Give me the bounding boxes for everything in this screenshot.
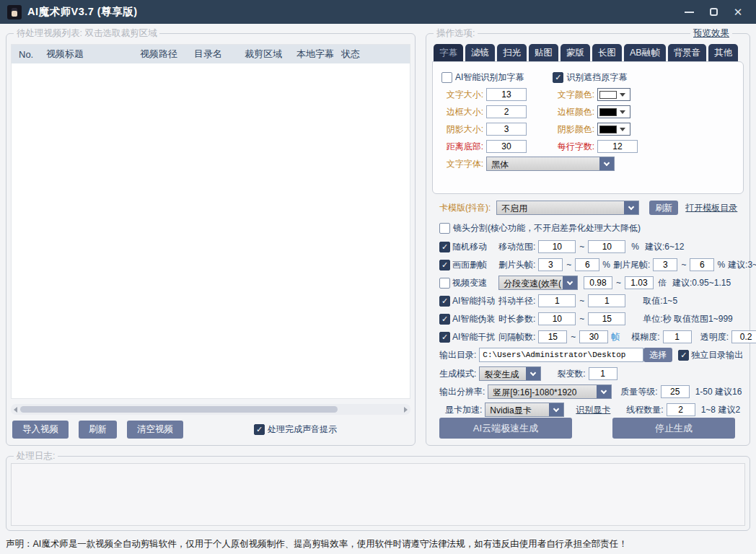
quality-input[interactable] bbox=[661, 385, 690, 398]
move-range-hint: 建议:6~12 bbox=[645, 241, 684, 253]
jitter-min-input[interactable] bbox=[538, 294, 576, 307]
gen-mode-label: 生成模式: bbox=[439, 368, 476, 380]
duration-max-input[interactable] bbox=[588, 312, 625, 325]
blur-input[interactable] bbox=[663, 330, 692, 343]
ai-subtitle-checkbox[interactable] bbox=[441, 72, 452, 83]
jitter-label: AI智能抖动 bbox=[452, 295, 495, 307]
lens-split-checkbox[interactable] bbox=[439, 223, 450, 234]
template-refresh-button[interactable]: 刷新 bbox=[649, 201, 678, 215]
interval-min-input[interactable] bbox=[538, 330, 567, 343]
interfere-row: AI智能干扰 间隔帧数: ~ 帧 模糊度: 透明度: bbox=[439, 329, 747, 345]
font-dropdown-arrow-icon bbox=[599, 157, 614, 170]
template-dropdown[interactable]: 不启用 bbox=[496, 201, 639, 215]
shadow-size-label: 阴影大小: bbox=[439, 123, 483, 136]
tab-sweep-light[interactable]: 扫光 bbox=[497, 44, 527, 61]
speed-min-input[interactable] bbox=[584, 276, 612, 289]
speed-row: 视频变速 分段变速(效率( ~ 倍 建议:0.95~1.15 bbox=[439, 275, 747, 291]
video-list-actions: 导入视频 刷新 清空视频 处理完成声音提示 bbox=[12, 421, 409, 439]
chars-per-line-input[interactable] bbox=[597, 140, 638, 153]
video-table-body[interactable] bbox=[12, 63, 410, 398]
tab-subtitle[interactable]: 字幕 bbox=[434, 44, 463, 61]
tail-frame-min-input[interactable] bbox=[653, 258, 677, 271]
tail-frame-label: 删片尾帧: bbox=[613, 259, 650, 271]
jitter-max-input[interactable] bbox=[588, 294, 625, 307]
threads-input[interactable] bbox=[667, 403, 695, 416]
import-video-button[interactable]: 导入视频 bbox=[12, 421, 69, 439]
head-frame-min-input[interactable] bbox=[538, 258, 563, 271]
output-dir-input[interactable] bbox=[479, 348, 643, 362]
move-range-max-input[interactable] bbox=[588, 240, 625, 253]
scrollbar-thumb[interactable] bbox=[20, 406, 338, 413]
font-label: 文字字体: bbox=[439, 158, 483, 170]
tab-ab-blend[interactable]: AB融帧 bbox=[624, 44, 666, 61]
jitter-checkbox[interactable] bbox=[439, 296, 450, 307]
sound-alert-label: 处理完成声音提示 bbox=[268, 423, 337, 436]
shadow-color-label: 阴影颜色: bbox=[548, 123, 594, 136]
disguise-row: AI智能伪装 时长参数: ~ 单位:秒 取值范围1~999 bbox=[439, 311, 747, 327]
shadow-color-dropdown[interactable] bbox=[597, 123, 630, 136]
cover-subtitle-checkbox[interactable] bbox=[553, 72, 563, 83]
resolution-dropdown[interactable]: 竖屏[9:16]-1080*1920 bbox=[488, 384, 612, 399]
frame-delete-checkbox[interactable] bbox=[439, 260, 450, 271]
minimize-button[interactable] bbox=[678, 3, 700, 22]
scroll-left-icon[interactable] bbox=[14, 407, 17, 413]
tab-long-image[interactable]: 长图 bbox=[592, 44, 622, 61]
scroll-right-icon[interactable] bbox=[404, 407, 408, 413]
border-size-input[interactable] bbox=[486, 105, 527, 118]
tab-mask[interactable]: 蒙版 bbox=[561, 44, 590, 61]
open-template-dir-link[interactable]: 打开模板目录 bbox=[685, 202, 737, 214]
column-header-dir: 目录名 bbox=[187, 48, 237, 61]
duration-min-input[interactable] bbox=[538, 312, 576, 325]
preview-effect-link[interactable]: 预览效果 bbox=[690, 27, 732, 40]
close-icon: ✕ bbox=[734, 6, 743, 17]
tab-sticker[interactable]: 贴图 bbox=[529, 44, 558, 61]
frame-delete-label: 画面删帧 bbox=[452, 259, 487, 271]
shadow-size-input[interactable] bbox=[486, 123, 527, 136]
bottom-distance-label: 距离底部: bbox=[439, 141, 483, 153]
head-frame-max-input[interactable] bbox=[575, 258, 599, 271]
random-move-checkbox[interactable] bbox=[439, 242, 450, 252]
text-size-row: 文字大小: 文字颜色: bbox=[439, 86, 743, 103]
cloud-generate-button[interactable]: AI云端极速生成 bbox=[439, 418, 572, 439]
border-color-swatch bbox=[599, 108, 617, 116]
tab-filter[interactable]: 滤镜 bbox=[465, 44, 495, 61]
gpu-dropdown[interactable]: Nvidia显卡 bbox=[485, 403, 564, 417]
horizontal-scrollbar[interactable] bbox=[11, 404, 410, 415]
interfere-checkbox[interactable] bbox=[439, 332, 450, 343]
gen-mode-row: 生成模式: 裂变生成 裂变数: bbox=[439, 366, 747, 382]
interval-max-input[interactable] bbox=[579, 330, 608, 343]
opacity-input[interactable] bbox=[731, 330, 756, 343]
detect-gpu-link[interactable]: 识别显卡 bbox=[576, 404, 610, 416]
tab-bgm[interactable]: 背景音 bbox=[668, 44, 707, 61]
move-range-min-input[interactable] bbox=[538, 240, 576, 253]
font-dropdown[interactable]: 黑体 bbox=[486, 157, 615, 171]
text-size-input[interactable] bbox=[486, 88, 527, 101]
column-header-subtitle: 本地字幕 bbox=[289, 48, 334, 61]
close-button[interactable]: ✕ bbox=[727, 3, 749, 22]
random-move-label: 随机移动 bbox=[452, 241, 487, 253]
speed-mode-dropdown[interactable]: 分段变速(效率( bbox=[498, 276, 578, 290]
tail-frame-max-input[interactable] bbox=[690, 258, 714, 271]
move-range-label: 移动范围: bbox=[498, 241, 535, 253]
speed-max-input[interactable] bbox=[625, 276, 654, 289]
log-area[interactable] bbox=[11, 463, 745, 526]
gen-mode-dropdown[interactable]: 裂变生成 bbox=[479, 366, 541, 381]
speed-checkbox[interactable] bbox=[439, 278, 450, 289]
fission-count-input[interactable] bbox=[589, 367, 617, 380]
border-color-arrow-icon bbox=[617, 110, 628, 114]
app-icon bbox=[7, 5, 22, 19]
clear-video-button[interactable]: 清空视频 bbox=[127, 421, 183, 439]
choose-dir-button[interactable]: 选择 bbox=[643, 348, 672, 362]
gpu-value: Nvidia显卡 bbox=[485, 403, 549, 416]
tab-other[interactable]: 其他 bbox=[708, 44, 738, 61]
disguise-checkbox[interactable] bbox=[439, 314, 450, 325]
sound-alert-checkbox[interactable] bbox=[254, 424, 265, 435]
standalone-dir-checkbox[interactable] bbox=[678, 350, 689, 361]
border-color-dropdown[interactable] bbox=[597, 105, 630, 118]
refresh-list-button[interactable]: 刷新 bbox=[79, 421, 117, 439]
border-size-label: 边框大小: bbox=[439, 106, 483, 118]
stop-generate-button[interactable]: 停止生成 bbox=[612, 418, 735, 439]
bottom-distance-input[interactable] bbox=[486, 140, 527, 153]
maximize-button[interactable] bbox=[703, 3, 724, 22]
text-color-dropdown[interactable] bbox=[597, 88, 630, 101]
